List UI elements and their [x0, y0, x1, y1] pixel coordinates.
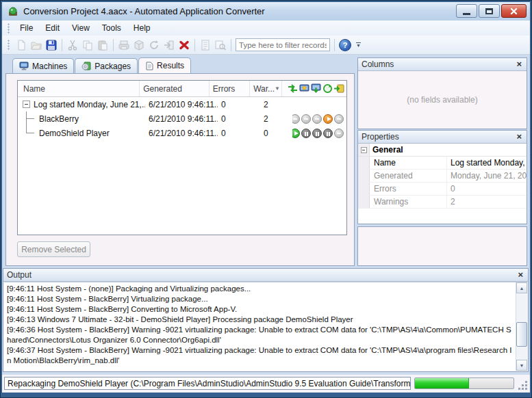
tab-label: Machines — [32, 62, 67, 71]
minimize-icon — [463, 13, 470, 15]
save-button[interactable] — [44, 38, 59, 53]
machine-star-icon[interactable] — [299, 83, 309, 94]
log-line: [9:46:36 Host System - BlackBerry] Warni… — [7, 325, 513, 345]
output-panel-title: Output — [7, 270, 31, 280]
collapse-expander-icon[interactable] — [361, 147, 367, 153]
status-none-icon — [334, 114, 344, 124]
tab-machines[interactable]: Machines — [12, 58, 74, 73]
output-log-body: [9:46:11 Host System - (none)] Packaging… — [4, 282, 527, 371]
import-icon — [164, 40, 175, 51]
row-name: BlackBerry — [39, 114, 79, 124]
property-row-errors[interactable]: Errors 0 — [358, 183, 527, 196]
column-header-name[interactable]: Name — [18, 81, 140, 96]
help-icon: ? — [343, 41, 348, 49]
row-warnings: 2 — [260, 111, 292, 126]
no-fields-text: (no fields available) — [407, 95, 477, 105]
property-value: 0 — [447, 183, 527, 195]
cut-button — [65, 38, 80, 53]
status-bar: Repackaging DemoShield Player (C:\Progra… — [2, 375, 530, 393]
tab-strip: Machines Packages Results — [5, 57, 355, 73]
output-scrollbar[interactable]: ▲ ▼ — [516, 282, 527, 371]
results-table-header: Name Generated Errors War... ▼ — [18, 81, 346, 97]
log-line: [9:46:37 Host System - BlackBerry] Warni… — [7, 345, 513, 366]
row-errors: 0 — [218, 97, 260, 111]
log-line: [9:46:11 Host System - (none)] Packaging… — [7, 284, 513, 294]
row-warnings: 0 — [260, 126, 292, 140]
table-row-blackberry[interactable]: BlackBerry 6/21/2010 9:46:11... 0 2 — [18, 111, 346, 126]
properties-panel-header[interactable]: Properties × — [358, 131, 527, 144]
close-button[interactable] — [501, 4, 527, 18]
column-header-warnings[interactable]: War... ▼ — [250, 81, 282, 96]
menubar-grip[interactable] — [8, 23, 10, 34]
paste-button — [95, 38, 110, 53]
tab-results[interactable]: Results — [138, 57, 191, 73]
row-generated: 6/21/2010 9:46:11... — [145, 111, 218, 126]
columns-panel-body: (no fields available) — [358, 71, 527, 129]
import-box-icon[interactable] — [334, 83, 344, 94]
minimize-button[interactable] — [456, 4, 477, 18]
column-header-generated[interactable]: Generated — [140, 81, 210, 96]
collapse-expander-icon[interactable] — [23, 101, 30, 108]
toolbar-grip[interactable] — [8, 40, 10, 50]
scroll-down-button[interactable]: ▼ — [516, 360, 527, 371]
scrollbar-thumb[interactable] — [516, 322, 527, 347]
open-icon — [31, 40, 42, 51]
results-tab-pane: Machines Packages Results — [5, 57, 355, 266]
table-row-log[interactable]: Log started Monday, June 21,... 6/21/201… — [18, 97, 346, 111]
stop-button[interactable] — [177, 38, 192, 53]
log-line: [9:46:11 Host System - BlackBerry] Virtu… — [7, 294, 513, 304]
property-row-warnings[interactable]: Warnings 2 — [358, 196, 527, 209]
columns-panel-header[interactable]: Columns × — [358, 58, 527, 71]
menu-bar: File Edit View Tools Help — [2, 21, 530, 36]
property-row-generated[interactable]: Generated Monday, June 21, 201 — [358, 170, 527, 183]
results-tab-page: Name Generated Errors War... ▼ — [5, 73, 355, 266]
refresh-icon[interactable] — [322, 83, 333, 94]
title-bar[interactable]: Conversion Project 4.aacx - Automated Ap… — [2, 2, 530, 21]
status-none-icon — [292, 114, 300, 124]
save-icon — [46, 40, 57, 51]
convert-arrows-icon[interactable] — [288, 83, 298, 94]
property-label: Errors — [370, 183, 447, 195]
packages-tab-icon — [81, 62, 91, 70]
property-label: Name — [370, 157, 447, 169]
scroll-up-button[interactable]: ▲ — [516, 282, 527, 293]
column-header-errors[interactable]: Errors — [210, 81, 251, 96]
machine-download-icon[interactable] — [311, 83, 321, 94]
output-log[interactable]: [9:46:11 Host System - (none)] Packaging… — [4, 282, 516, 371]
properties-panel-title: Properties — [362, 132, 399, 142]
menu-item-tools[interactable]: Tools — [96, 21, 127, 35]
tab-packages[interactable]: Packages — [75, 58, 138, 73]
machine-icon — [118, 40, 129, 51]
toolbar-separator — [334, 39, 335, 51]
menu-item-help[interactable]: Help — [127, 21, 157, 35]
property-label: Warnings — [370, 196, 447, 208]
resize-grip[interactable] — [519, 382, 527, 390]
sort-arrow-icon: ▼ — [275, 85, 280, 92]
output-panel-header[interactable]: Output × — [3, 269, 528, 282]
column-header-warnings-label: War... — [253, 84, 275, 94]
close-icon[interactable]: × — [515, 133, 523, 141]
toolbar-overflow-button[interactable]: ▼ — [354, 38, 363, 53]
menu-item-view[interactable]: View — [66, 21, 96, 35]
maximize-button[interactable] — [479, 4, 500, 18]
row-status-icons — [292, 111, 346, 126]
tab-label: Packages — [94, 62, 131, 71]
help-button[interactable]: ? — [339, 39, 351, 51]
close-icon[interactable]: × — [516, 271, 524, 279]
status-message: Repackaging DemoShield Player (C:\Progra… — [4, 377, 411, 390]
properties-group-general[interactable]: General — [358, 144, 527, 157]
window-controls — [456, 4, 527, 18]
filter-input[interactable] — [236, 38, 330, 51]
app-window: Conversion Project 4.aacx - Automated Ap… — [0, 0, 532, 398]
tree-branch — [26, 126, 35, 140]
property-value: Monday, June 21, 201 — [447, 170, 527, 182]
status-paused-icon — [301, 129, 311, 138]
cut-icon — [67, 40, 78, 51]
close-icon[interactable]: × — [515, 60, 523, 68]
report-icon — [200, 40, 211, 51]
table-row-demoshield[interactable]: DemoShield Player 6/21/2010 9:46:11... 0… — [18, 126, 346, 140]
menu-item-edit[interactable]: Edit — [39, 21, 66, 35]
property-row-name[interactable]: Name Log started Monday, J — [358, 157, 527, 170]
new-icon — [16, 40, 27, 51]
menu-item-file[interactable]: File — [14, 21, 39, 35]
